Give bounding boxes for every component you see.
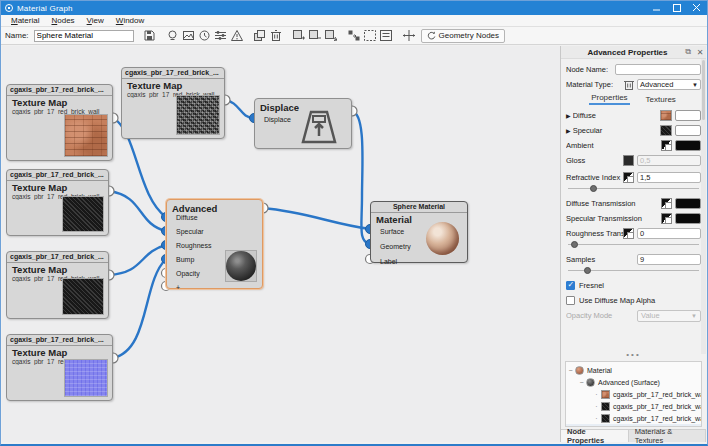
material-preview-sphere: [426, 222, 459, 255]
menu-nodes[interactable]: Nodes: [45, 16, 80, 25]
roughness-transmission-input[interactable]: 0: [637, 228, 701, 239]
geometry-nodes-button[interactable]: Geometry Nodes: [421, 29, 505, 43]
material-library-icon[interactable]: [624, 79, 634, 90]
ambient-map-slot-icon[interactable]: [661, 140, 672, 151]
wire-texture3-specular[interactable]: [109, 191, 166, 231]
menu-material[interactable]: Material: [5, 16, 45, 25]
refractive-index-slider[interactable]: [568, 185, 699, 193]
arrange-nodes-icon[interactable]: [347, 29, 361, 42]
tree-item-texture-reflection[interactable]: · cgaxis_pbr_17_red_brick_wall_1_re...: [566, 400, 701, 412]
expand-arrow-icon[interactable]: ▶: [566, 127, 571, 134]
specular-transmission-map-slot-icon[interactable]: [661, 213, 672, 224]
samples-slider[interactable]: [568, 267, 699, 275]
menu-view[interactable]: View: [81, 16, 110, 25]
render-preview-icon[interactable]: [166, 29, 180, 42]
diffuse-transmission-label: Diffuse Transmission: [566, 199, 661, 208]
tree-item-texture-gloss[interactable]: · cgaxis_pbr_17_red_brick_wall_1_gl...: [566, 412, 701, 424]
bottom-tab-bar: Node Properties Materials & Textures: [561, 429, 706, 442]
toolbar: Name: Geometry Nodes: [1, 27, 707, 45]
gloss-map-slot-icon[interactable]: [623, 155, 634, 166]
displace-icon: [299, 110, 339, 144]
close-panel-icon[interactable]: ✕: [694, 48, 706, 57]
frame-all-icon[interactable]: [379, 29, 393, 42]
menubar: Material Nodes View Window: [1, 15, 707, 27]
texture-map-node-specular[interactable]: cgaxis_pbr_17_red_brick_... Texture Map …: [6, 169, 109, 236]
texture-map-node-diffuse[interactable]: cgaxis_pbr_17_red_brick_... Texture Map …: [6, 84, 113, 161]
wire-displace-geometry[interactable]: [352, 111, 370, 244]
collapse-icon[interactable]: −: [566, 367, 575, 374]
add-node-icon[interactable]: [292, 29, 306, 42]
tab-materials-textures[interactable]: Materials & Textures: [629, 430, 706, 442]
material-type-select[interactable]: Advanced ▼: [637, 79, 701, 90]
material-name-input[interactable]: [34, 30, 134, 42]
ambient-color-swatch[interactable]: [675, 140, 701, 151]
tree-item-texture-diffuse[interactable]: · cgaxis_pbr_17_red_brick_wall_1_di...: [566, 388, 701, 400]
minimize-button[interactable]: [647, 1, 667, 15]
displace-node[interactable]: Displace Displace: [254, 98, 352, 149]
diffuse-color-swatch[interactable]: [675, 110, 701, 121]
tab-textures[interactable]: Textures: [644, 95, 678, 105]
panel-scrollbar[interactable]: [701, 59, 706, 354]
wire-advanced-surface[interactable]: [263, 208, 370, 229]
frame-selection-icon[interactable]: [363, 29, 377, 42]
sphere-material-node[interactable]: Sphere Material Material Surface Geometr…: [370, 201, 468, 263]
node-header: cgaxis_pbr_17_red_brick_...: [7, 335, 112, 346]
port-label-label: Label: [380, 254, 411, 269]
refractive-index-label: Refractive Index: [566, 173, 623, 182]
advanced-node[interactable]: Advanced Diffuse Specular Roughness Bump…: [166, 199, 263, 289]
specular-map-thumbnail[interactable]: [660, 125, 672, 136]
node-name-input[interactable]: [615, 64, 701, 75]
save-icon[interactable]: [143, 29, 157, 42]
tab-node-properties[interactable]: Node Properties: [561, 430, 629, 442]
tab-properties[interactable]: Properties: [589, 93, 629, 105]
texture-thumbnail-icon: [601, 414, 610, 423]
node-graph-canvas[interactable]: cgaxis_pbr_17_red_brick_... Texture Map …: [2, 46, 561, 442]
filter-icon[interactable]: [214, 29, 228, 42]
texture-map-node-displacement[interactable]: cgaxis_pbr_17_red_brick_... Texture Map …: [121, 67, 225, 139]
texture-thumbnail-brick: [64, 114, 108, 157]
texture-thumbnail-icon: [601, 402, 610, 411]
material-type-label: Material Type:: [566, 80, 624, 89]
samples-input[interactable]: 9: [637, 254, 701, 265]
diffuse-transmission-swatch[interactable]: [675, 198, 701, 209]
split-connection-icon[interactable]: [402, 29, 416, 42]
copy-icon[interactable]: [253, 29, 267, 42]
properties-panel: x Advanced Properties ⧉ ✕ Node Name: Mat…: [561, 46, 706, 442]
collapse-icon[interactable]: −: [577, 379, 586, 386]
specular-color-swatch[interactable]: [675, 125, 701, 136]
menu-window[interactable]: Window: [110, 16, 150, 25]
specular-transmission-swatch[interactable]: [675, 213, 701, 224]
float-panel-icon[interactable]: ⧉: [682, 47, 694, 57]
roughness-transmission-slider[interactable]: [568, 241, 699, 249]
close-button[interactable]: [687, 1, 707, 15]
maximize-button[interactable]: [667, 1, 687, 15]
expand-arrow-icon[interactable]: ▶: [566, 112, 571, 119]
port-label-displace: Displace: [264, 113, 291, 127]
diffuse-transmission-map-slot-icon[interactable]: [661, 198, 672, 209]
fresnel-checkbox[interactable]: [566, 281, 575, 290]
texture-map-node-roughness[interactable]: cgaxis_pbr_17_red_brick_... Texture Map …: [6, 251, 109, 319]
use-diffuse-map-alpha-checkbox[interactable]: [566, 296, 575, 305]
material-graph-window: Material Graph Material Nodes View Windo…: [0, 0, 708, 446]
texture-map-node-normal[interactable]: cgaxis_pbr_17_red_brick_... Texture Map …: [6, 334, 113, 401]
warning-icon[interactable]: [230, 29, 244, 42]
texture-thumbnail-normal: [64, 359, 108, 397]
tree-item-material[interactable]: − Material: [566, 364, 701, 376]
extract-node-icon[interactable]: [324, 29, 338, 42]
panel-header: x Advanced Properties ⧉ ✕: [561, 46, 706, 59]
diffuse-map-thumbnail[interactable]: [660, 110, 672, 121]
ambient-label: Ambient: [566, 141, 661, 150]
image-icon[interactable]: [182, 29, 196, 42]
delete-icon[interactable]: [269, 29, 283, 42]
panel-tabs: Properties Textures: [561, 92, 706, 106]
refractive-index-input[interactable]: 1,5: [637, 172, 701, 183]
roughness-transmission-map-slot-icon[interactable]: [623, 228, 634, 239]
remove-node-icon[interactable]: [308, 29, 322, 42]
use-diffuse-map-alpha-label: Use Diffuse Map Alpha: [579, 296, 701, 305]
texture-thumbnail-icon: [601, 390, 610, 399]
panel-splitter[interactable]: •••: [561, 352, 706, 361]
history-icon[interactable]: [198, 29, 212, 42]
fresnel-label: Fresnel: [579, 281, 701, 290]
tree-item-advanced-surface[interactable]: − Advanced (Surface): [566, 376, 701, 388]
refractive-index-map-slot-icon[interactable]: [623, 172, 634, 183]
